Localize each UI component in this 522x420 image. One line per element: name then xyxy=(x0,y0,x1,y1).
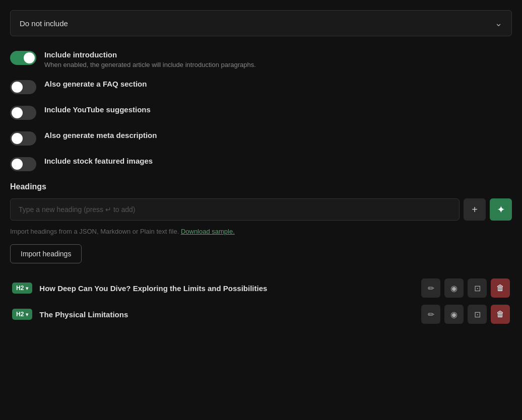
copy-heading-button-2[interactable]: ⊡ xyxy=(468,305,487,324)
plus-icon: + xyxy=(472,204,478,216)
view-heading-button-2[interactable]: ◉ xyxy=(444,305,464,324)
toggle-introduction[interactable] xyxy=(10,51,36,65)
toggle-introduction-label: Include introduction xyxy=(44,50,256,59)
heading-level-badge-1[interactable]: H2 ▾ xyxy=(12,283,32,294)
badge-chevron-icon-1: ▾ xyxy=(26,286,28,291)
view-heading-button-1[interactable]: ◉ xyxy=(444,278,464,298)
heading-level-badge-2[interactable]: H2 ▾ xyxy=(12,309,32,320)
toggle-row-introduction: Include introduction When enabled, the g… xyxy=(10,50,512,68)
add-heading-button[interactable]: + xyxy=(464,198,486,221)
heading-level-label-2: H2 xyxy=(16,311,24,318)
toggle-list: Include introduction When enabled, the g… xyxy=(10,50,512,171)
download-sample-link[interactable]: Download sample. xyxy=(181,228,235,235)
heading-item: H2 ▾ How Deep Can You Dive? Exploring th… xyxy=(10,278,512,298)
toggle-row-meta: Also generate meta description xyxy=(10,131,512,146)
edit-icon: ✏ xyxy=(428,284,434,293)
heading-input[interactable] xyxy=(10,198,460,221)
eye-icon: ◉ xyxy=(450,284,458,293)
toggle-row-faq: Also generate a FAQ section xyxy=(10,80,512,94)
edit-heading-button-1[interactable]: ✏ xyxy=(421,278,440,298)
heading-item: H2 ▾ The Physical Limitations ✏ ◉ ⊡ 🗑 xyxy=(10,305,512,324)
import-headings-button[interactable]: Import headings xyxy=(10,244,82,263)
copy-icon: ⊡ xyxy=(474,310,481,319)
toggle-meta[interactable] xyxy=(10,131,36,146)
ai-heading-button[interactable]: ✦ xyxy=(490,198,512,221)
chevron-down-icon: ⌄ xyxy=(495,18,502,29)
toggle-introduction-description: When enabled, the generated article will… xyxy=(44,61,256,68)
delete-heading-button-2[interactable]: 🗑 xyxy=(491,305,510,324)
toggle-youtube[interactable] xyxy=(10,106,36,120)
edit-icon: ✏ xyxy=(428,310,434,319)
toggle-row-youtube: Include YouTube suggestions xyxy=(10,105,512,120)
toggle-faq[interactable] xyxy=(10,80,36,94)
import-note: Import headings from a JSON, Markdown or… xyxy=(10,228,512,235)
toggle-youtube-label: Include YouTube suggestions xyxy=(44,105,151,114)
heading-level-label-1: H2 xyxy=(16,285,24,292)
dropdown-label: Do not include xyxy=(20,19,68,28)
delete-heading-button-1[interactable]: 🗑 xyxy=(491,278,510,298)
heading-actions-1: ✏ ◉ ⊡ 🗑 xyxy=(421,278,510,298)
heading-items-list: H2 ▾ How Deep Can You Dive? Exploring th… xyxy=(10,278,512,324)
toggle-row-stock: Include stock featured images xyxy=(10,157,512,171)
toggle-stock[interactable] xyxy=(10,157,36,171)
heading-text-2: The Physical Limitations xyxy=(39,310,414,319)
heading-actions-2: ✏ ◉ ⊡ 🗑 xyxy=(421,305,510,324)
trash-icon: 🗑 xyxy=(496,310,504,319)
edit-heading-button-2[interactable]: ✏ xyxy=(421,305,440,324)
sparkle-icon: ✦ xyxy=(497,203,505,216)
toggle-stock-label: Include stock featured images xyxy=(44,157,153,165)
headings-section-title: Headings xyxy=(10,182,512,191)
trash-icon: 🗑 xyxy=(496,284,504,293)
heading-text-1: How Deep Can You Dive? Exploring the Lim… xyxy=(39,284,414,293)
copy-heading-button-1[interactable]: ⊡ xyxy=(468,278,487,298)
badge-chevron-icon-2: ▾ xyxy=(26,312,28,317)
do-not-include-dropdown[interactable]: Do not include ⌄ xyxy=(10,10,512,36)
eye-icon: ◉ xyxy=(450,310,458,319)
headings-section: Headings + ✦ Import headings from a JSON… xyxy=(10,182,512,324)
toggle-meta-label: Also generate meta description xyxy=(44,131,157,139)
copy-icon: ⊡ xyxy=(474,284,481,293)
heading-input-row: + ✦ xyxy=(10,198,512,221)
toggle-faq-label: Also generate a FAQ section xyxy=(44,80,147,88)
